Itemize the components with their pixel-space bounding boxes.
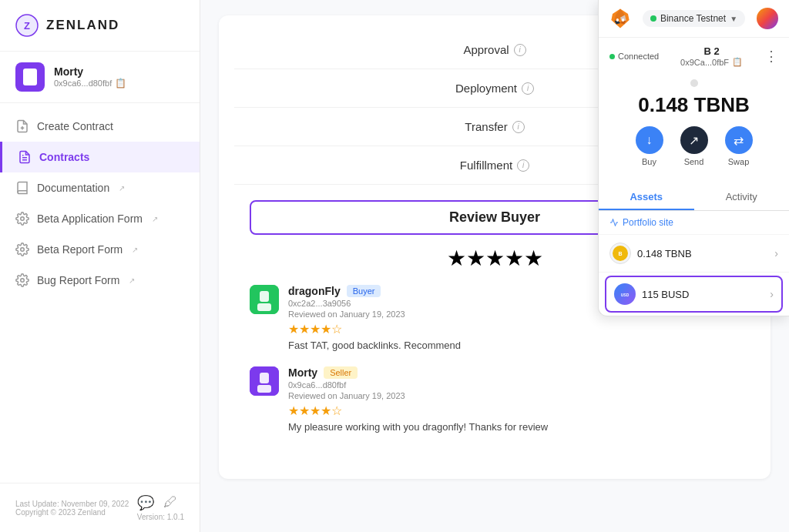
dragonfly-name: dragonFly <box>288 285 341 297</box>
tab-activity[interactable]: Activity <box>694 185 790 210</box>
account-address: 0x9Ca...0fbF 📋 <box>680 57 743 67</box>
balance-display: 0.148 TBNB <box>609 93 778 117</box>
deployment-label: Deployment i <box>455 82 534 95</box>
connection-status: Connected <box>609 52 659 61</box>
sidebar-item-bug-report-form[interactable]: Bug Report Form ↗ <box>0 265 200 296</box>
morty-stars: ★★★★☆ <box>288 403 740 418</box>
tbnb-icon: B <box>609 243 631 264</box>
asset-busd-row[interactable]: USD 115 BUSD › <box>605 276 783 313</box>
svg-point-22 <box>622 18 624 22</box>
morty-address: 0x9ca6...d80fbf <box>288 380 740 390</box>
send-label: Send <box>684 157 704 166</box>
dragonfly-review-text: Fast TAT, good backlinks. Recommend <box>288 340 740 351</box>
transfer-info-icon[interactable]: i <box>512 121 525 133</box>
metamask-balance-section: 0.148 TBNB ↓ Buy ↗ Send ⇄ Swap <box>599 75 789 185</box>
dragonfly-avatar-icon <box>250 285 279 314</box>
main-content: Approval i Deployment i Transfer i Fulfi… <box>200 0 789 532</box>
asset-tbnb-row[interactable]: B 0.148 TBNB › <box>599 235 789 273</box>
morty-avatar-icon <box>250 366 279 396</box>
network-label: Binance Testnet <box>660 13 726 24</box>
beta-report-form-label: Beta Report Form <box>37 243 123 256</box>
copy-account-icon[interactable]: 📋 <box>732 57 743 67</box>
dragonfly-role-badge: Buyer <box>347 285 381 297</box>
metamask-tabs: Assets Activity <box>599 185 789 211</box>
svg-rect-14 <box>257 385 271 393</box>
buy-button[interactable]: ↓ Buy <box>636 126 663 166</box>
metamask-account-avatar[interactable] <box>757 8 778 29</box>
settings-icon-1 <box>15 212 29 226</box>
svg-point-7 <box>21 248 25 252</box>
dragonfly-avatar <box>250 285 279 314</box>
user-info: Morty 0x9ca6...d80fbf 📋 <box>54 65 126 89</box>
metamask-fox-icon <box>609 8 631 29</box>
metamask-account-section: Connected B 2 0x9Ca...0fbF 📋 ⋮ <box>599 38 789 75</box>
zenland-logo-icon: Z <box>15 14 39 37</box>
metamask-header: Binance Testnet ▼ <box>599 0 789 38</box>
account-name: B 2 <box>680 45 743 57</box>
swap-button[interactable]: ⇄ Swap <box>725 126 753 166</box>
sidebar-item-contracts[interactable]: Contracts <box>0 142 200 172</box>
svg-text:Z: Z <box>24 20 30 32</box>
morty-role-badge: Seller <box>324 366 358 379</box>
metamask-network-selector[interactable]: Binance Testnet ▼ <box>643 10 745 27</box>
create-contract-label: Create Contract <box>37 120 113 132</box>
network-chevron-icon: ▼ <box>730 15 737 23</box>
external-link-icon-3: ↗ <box>132 246 138 254</box>
beta-application-form-label: Beta Application Form <box>37 212 143 225</box>
connection-dot <box>609 54 615 59</box>
portfolio-site-link[interactable]: Portfolio site <box>599 211 789 235</box>
fulfillment-info-icon[interactable]: i <box>517 159 529 172</box>
avatar <box>15 62 45 92</box>
fulfillment-label: Fulfillment i <box>460 159 529 172</box>
logo-area: Z ZENLAND <box>0 0 200 51</box>
sidebar-footer: Last Update: November 09, 2022 Copyright… <box>0 483 200 532</box>
version-text: Version: 1.0.1 <box>137 513 184 521</box>
contracts-label: Contracts <box>39 151 89 163</box>
tbnb-chevron-icon: › <box>774 247 778 259</box>
more-options-icon[interactable]: ⋮ <box>764 48 778 65</box>
user-address: 0x9ca6...d80fbf 📋 <box>54 78 126 89</box>
busd-icon: USD <box>614 283 636 305</box>
sidebar-item-beta-report-form[interactable]: Beta Report Form ↗ <box>0 234 200 265</box>
external-link-icon-4: ↗ <box>129 276 135 285</box>
chat-icon[interactable]: 💬 <box>137 494 154 511</box>
logo-text: ZENLAND <box>46 18 119 33</box>
tab-assets[interactable]: Assets <box>599 185 694 210</box>
morty-name-row: Morty Seller <box>288 366 740 379</box>
morty-review-text: My pleasure working with you dragonfly! … <box>288 421 740 433</box>
send-icon-circle: ↗ <box>680 126 708 154</box>
approval-label: Approval i <box>463 43 525 56</box>
copyright-text: Copyright © 2023 Zenland <box>15 508 129 517</box>
book-icon <box>15 181 29 195</box>
file-text-icon <box>18 150 32 164</box>
last-update-text: Last Update: November 09, 2022 <box>15 500 129 508</box>
settings-icon-3 <box>15 273 29 287</box>
buy-label: Buy <box>642 157 656 166</box>
sidebar-item-beta-application-form[interactable]: Beta Application Form ↗ <box>0 203 200 234</box>
message-icon[interactable]: 🖊 <box>163 494 177 511</box>
deployment-info-icon[interactable]: i <box>522 82 534 95</box>
copy-address-icon[interactable]: 📋 <box>115 78 126 89</box>
file-plus-icon <box>15 119 29 133</box>
send-button[interactable]: ↗ Send <box>680 126 708 166</box>
morty-avatar <box>250 366 279 396</box>
buy-icon-circle: ↓ <box>636 126 663 154</box>
tbnb-asset-name: 0.148 TBNB <box>637 248 692 259</box>
svg-point-8 <box>21 279 25 283</box>
busd-asset-left: USD 115 BUSD <box>614 283 689 305</box>
account-name-block: B 2 0x9Ca...0fbF 📋 <box>680 45 743 67</box>
sidebar-nav: Create Contract Contracts Documentation … <box>0 103 200 483</box>
svg-text:USD: USD <box>621 293 630 297</box>
loading-indicator <box>690 79 698 87</box>
external-link-icon-2: ↗ <box>152 215 158 223</box>
approval-info-icon[interactable]: i <box>514 44 526 56</box>
sidebar-item-create-contract[interactable]: Create Contract <box>0 111 200 142</box>
footer-icons: 💬 🖊 <box>137 494 184 511</box>
settings-icon-2 <box>15 243 29 256</box>
sidebar-item-documentation[interactable]: Documentation ↗ <box>0 172 200 203</box>
svg-rect-10 <box>260 291 269 302</box>
tbnb-asset-left: B 0.148 TBNB <box>609 243 692 264</box>
busd-logo-icon: USD <box>617 286 633 302</box>
svg-point-21 <box>616 18 619 22</box>
user-profile: Morty 0x9ca6...d80fbf 📋 <box>0 51 200 103</box>
